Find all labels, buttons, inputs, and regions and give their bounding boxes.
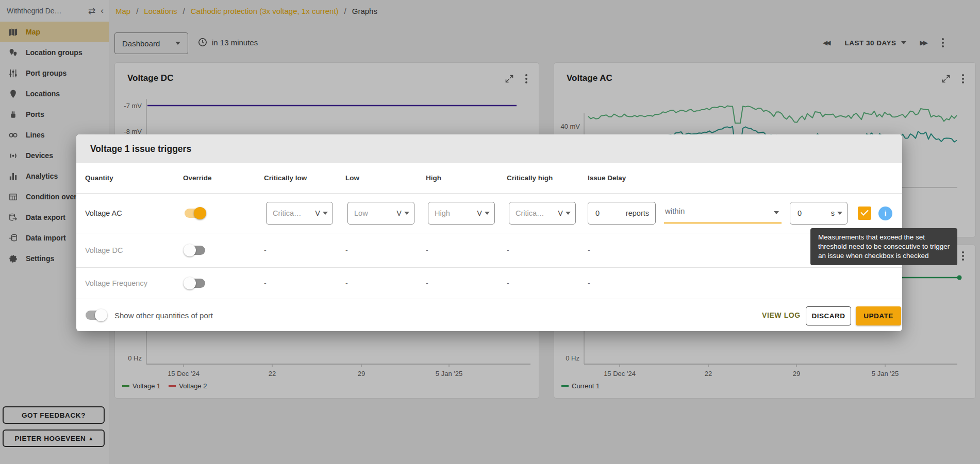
within-select[interactable]: within: [664, 202, 782, 224]
empty-value: -: [507, 246, 509, 254]
col-low: Low: [345, 163, 359, 193]
empty-value: -: [345, 279, 348, 287]
field-placeholder: Low: [348, 209, 396, 217]
reports-suffix: reports: [626, 209, 655, 217]
table-header-row: Quantity Override Critically low Low Hig…: [76, 163, 902, 194]
tooltip-line: an issue when checkbox is checked: [818, 251, 950, 261]
empty-value: -: [588, 279, 590, 287]
override-toggle[interactable]: [185, 279, 205, 288]
empty-value: -: [264, 279, 267, 287]
within-select-value: within: [665, 207, 685, 215]
empty-value: -: [345, 246, 348, 254]
override-toggle[interactable]: [185, 209, 205, 218]
col-override: Override: [183, 163, 212, 193]
reports-value[interactable]: 0: [588, 209, 626, 217]
chevron-down-icon: [566, 212, 571, 215]
unit-select-value[interactable]: V: [558, 209, 566, 217]
col-high: High: [426, 163, 441, 193]
unit-select-value[interactable]: V: [477, 209, 485, 217]
show-other-quantities-toggle[interactable]: [86, 311, 106, 320]
quantity-label: Voltage DC: [85, 246, 123, 254]
col-critically-low: Critically low: [264, 163, 307, 193]
info-icon[interactable]: i: [878, 207, 892, 220]
window-unit-select[interactable]: s: [831, 209, 837, 217]
view-log-button[interactable]: VIEW LOG: [759, 311, 804, 320]
override-toggle[interactable]: [185, 246, 205, 255]
unit-select-value[interactable]: V: [396, 209, 404, 217]
modal-footer: Show other quantities of port VIEW LOG D…: [76, 299, 902, 333]
critically-low-field[interactable]: Critica… V: [266, 202, 333, 225]
chevron-down-icon: [404, 212, 409, 215]
chevron-down-icon: [485, 212, 490, 215]
chevron-down-icon: [774, 211, 779, 214]
tooltip-line: Measurements that exceed the set: [818, 233, 950, 242]
col-issue-delay: Issue Delay: [588, 163, 626, 193]
trigger-row-voltage-frequency: Voltage Frequency - - - - -: [76, 268, 902, 299]
trigger-row-voltage-ac: Voltage AC Critica… V Low V High V Criti…: [76, 194, 902, 233]
field-placeholder: Critica…: [267, 209, 315, 217]
col-critically-high: Critically high: [507, 163, 553, 193]
consecutive-checkbox[interactable]: [858, 207, 871, 220]
high-field[interactable]: High V: [428, 202, 495, 225]
col-quantity: Quantity: [85, 163, 113, 193]
discard-button[interactable]: DISCARD: [806, 306, 851, 325]
show-other-quantities-label: Show other quantities of port: [114, 311, 213, 320]
reports-count-field[interactable]: 0 reports: [588, 202, 656, 225]
modal-title: Voltage 1 issue triggers: [90, 144, 191, 154]
quantity-label: Voltage AC: [85, 209, 122, 217]
field-placeholder: Critica…: [509, 209, 558, 217]
window-value[interactable]: 0: [790, 209, 831, 217]
unit-select-value[interactable]: V: [315, 209, 323, 217]
tooltip-line: threshold need to be consecutive to trig…: [818, 242, 950, 251]
empty-value: -: [507, 279, 509, 287]
empty-value: -: [588, 246, 590, 254]
field-placeholder: High: [428, 209, 477, 217]
issue-triggers-modal: Voltage 1 issue triggers Quantity Overri…: [76, 134, 902, 331]
chevron-down-icon: [323, 212, 328, 215]
low-field[interactable]: Low V: [347, 202, 414, 225]
empty-value: -: [426, 246, 428, 254]
quantity-label: Voltage Frequency: [85, 279, 147, 287]
window-field[interactable]: 0 s: [790, 202, 848, 225]
chevron-down-icon: [837, 212, 842, 215]
modal-header: Voltage 1 issue triggers: [76, 134, 902, 163]
empty-value: -: [426, 279, 428, 287]
info-tooltip: Measurements that exceed the set thresho…: [810, 228, 957, 265]
critically-high-field[interactable]: Critica… V: [509, 202, 576, 225]
update-button[interactable]: UPDATE: [856, 306, 901, 325]
empty-value: -: [264, 246, 267, 254]
trigger-row-voltage-dc: Voltage DC - - - - -: [76, 233, 902, 268]
